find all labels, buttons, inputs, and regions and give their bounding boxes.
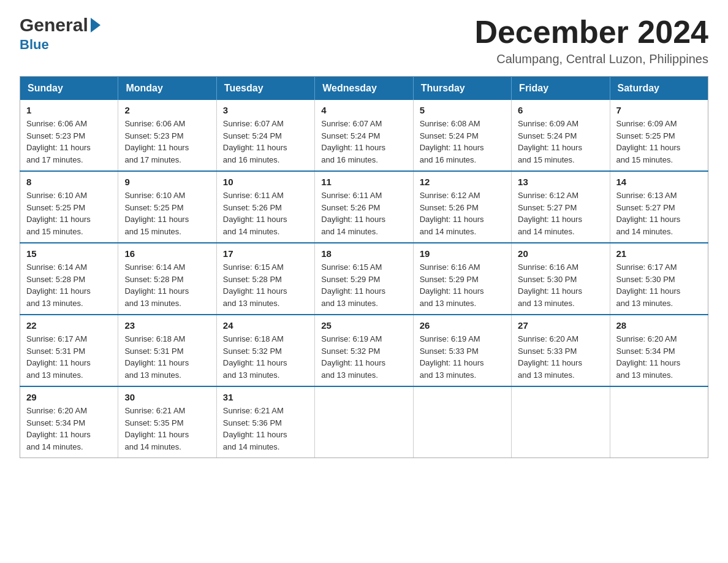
day-info: Sunrise: 6:16 AM Sunset: 5:29 PM Dayligh…	[420, 261, 505, 309]
calendar-cell: 28 Sunrise: 6:20 AM Sunset: 5:34 PM Dayl…	[610, 315, 708, 386]
calendar-cell: 26 Sunrise: 6:19 AM Sunset: 5:33 PM Dayl…	[413, 315, 511, 386]
day-info: Sunrise: 6:20 AM Sunset: 5:34 PM Dayligh…	[616, 333, 702, 381]
day-info: Sunrise: 6:18 AM Sunset: 5:31 PM Dayligh…	[124, 333, 210, 381]
day-number: 21	[616, 248, 702, 259]
calendar-cell: 12 Sunrise: 6:12 AM Sunset: 5:26 PM Dayl…	[413, 171, 511, 243]
day-number: 16	[124, 248, 210, 259]
col-header-tuesday: Tuesday	[216, 77, 314, 101]
day-number: 17	[223, 248, 308, 259]
day-info: Sunrise: 6:17 AM Sunset: 5:31 PM Dayligh…	[26, 333, 112, 381]
calendar-cell: 16 Sunrise: 6:14 AM Sunset: 5:28 PM Dayl…	[118, 243, 216, 315]
calendar-cell: 4 Sunrise: 6:07 AM Sunset: 5:24 PM Dayli…	[315, 100, 413, 171]
calendar-cell: 14 Sunrise: 6:13 AM Sunset: 5:27 PM Dayl…	[610, 171, 708, 243]
calendar-cell	[512, 386, 610, 458]
calendar-cell: 1 Sunrise: 6:06 AM Sunset: 5:23 PM Dayli…	[20, 100, 118, 171]
calendar-cell: 5 Sunrise: 6:08 AM Sunset: 5:24 PM Dayli…	[413, 100, 511, 171]
day-info: Sunrise: 6:11 AM Sunset: 5:26 PM Dayligh…	[223, 190, 308, 237]
location-text: Calumpang, Central Luzon, Philippines	[474, 52, 708, 66]
day-number: 29	[26, 392, 112, 402]
calendar-cell: 24 Sunrise: 6:18 AM Sunset: 5:32 PM Dayl…	[216, 315, 314, 386]
calendar-cell: 22 Sunrise: 6:17 AM Sunset: 5:31 PM Dayl…	[20, 315, 118, 386]
calendar-cell: 18 Sunrise: 6:15 AM Sunset: 5:29 PM Dayl…	[315, 243, 413, 315]
calendar-cell: 6 Sunrise: 6:09 AM Sunset: 5:24 PM Dayli…	[512, 100, 610, 171]
day-info: Sunrise: 6:11 AM Sunset: 5:26 PM Dayligh…	[321, 190, 406, 237]
calendar-cell: 9 Sunrise: 6:10 AM Sunset: 5:25 PM Dayli…	[118, 171, 216, 243]
day-info: Sunrise: 6:10 AM Sunset: 5:25 PM Dayligh…	[26, 190, 112, 237]
col-header-wednesday: Wednesday	[315, 77, 413, 101]
day-info: Sunrise: 6:09 AM Sunset: 5:25 PM Dayligh…	[616, 118, 702, 166]
day-info: Sunrise: 6:18 AM Sunset: 5:32 PM Dayligh…	[223, 333, 308, 381]
day-number: 18	[321, 248, 406, 259]
title-section: December 2024 Calumpang, Central Luzon, …	[474, 15, 708, 66]
day-number: 14	[616, 177, 702, 187]
page-header: General Blue December 2024 Calumpang, Ce…	[20, 15, 708, 66]
day-number: 7	[616, 105, 702, 115]
day-info: Sunrise: 6:15 AM Sunset: 5:29 PM Dayligh…	[321, 261, 406, 309]
day-number: 11	[321, 177, 406, 187]
calendar-table: SundayMondayTuesdayWednesdayThursdayFrid…	[20, 76, 708, 458]
day-info: Sunrise: 6:12 AM Sunset: 5:26 PM Dayligh…	[420, 190, 505, 237]
day-info: Sunrise: 6:21 AM Sunset: 5:35 PM Dayligh…	[124, 405, 210, 453]
calendar-cell: 27 Sunrise: 6:20 AM Sunset: 5:33 PM Dayl…	[512, 315, 610, 386]
calendar-cell: 8 Sunrise: 6:10 AM Sunset: 5:25 PM Dayli…	[20, 171, 118, 243]
calendar-cell	[413, 386, 511, 458]
col-header-sunday: Sunday	[20, 77, 118, 101]
day-number: 30	[124, 392, 210, 402]
day-info: Sunrise: 6:06 AM Sunset: 5:23 PM Dayligh…	[26, 118, 112, 166]
day-info: Sunrise: 6:10 AM Sunset: 5:25 PM Dayligh…	[124, 190, 210, 237]
day-info: Sunrise: 6:20 AM Sunset: 5:34 PM Dayligh…	[26, 405, 112, 453]
day-number: 1	[26, 105, 112, 115]
col-header-thursday: Thursday	[413, 77, 511, 101]
day-info: Sunrise: 6:07 AM Sunset: 5:24 PM Dayligh…	[321, 118, 406, 166]
day-number: 23	[124, 320, 210, 331]
calendar-cell: 30 Sunrise: 6:21 AM Sunset: 5:35 PM Dayl…	[118, 386, 216, 458]
day-number: 27	[518, 320, 603, 331]
day-info: Sunrise: 6:19 AM Sunset: 5:32 PM Dayligh…	[321, 333, 406, 381]
day-info: Sunrise: 6:14 AM Sunset: 5:28 PM Dayligh…	[124, 261, 210, 309]
day-number: 4	[321, 105, 406, 115]
calendar-cell: 31 Sunrise: 6:21 AM Sunset: 5:36 PM Dayl…	[216, 386, 314, 458]
day-number: 9	[124, 177, 210, 187]
day-info: Sunrise: 6:14 AM Sunset: 5:28 PM Dayligh…	[26, 261, 112, 309]
logo: General Blue	[20, 15, 100, 53]
calendar-cell: 19 Sunrise: 6:16 AM Sunset: 5:29 PM Dayl…	[413, 243, 511, 315]
calendar-cell: 29 Sunrise: 6:20 AM Sunset: 5:34 PM Dayl…	[20, 386, 118, 458]
calendar-cell: 11 Sunrise: 6:11 AM Sunset: 5:26 PM Dayl…	[315, 171, 413, 243]
col-header-saturday: Saturday	[610, 77, 708, 101]
logo-general-text: General	[20, 15, 88, 36]
day-info: Sunrise: 6:06 AM Sunset: 5:23 PM Dayligh…	[124, 118, 210, 166]
day-number: 8	[26, 177, 112, 187]
calendar-cell: 7 Sunrise: 6:09 AM Sunset: 5:25 PM Dayli…	[610, 100, 708, 171]
day-number: 10	[223, 177, 308, 187]
day-number: 3	[223, 105, 308, 115]
day-number: 25	[321, 320, 406, 331]
logo-blue-text: Blue	[20, 37, 49, 53]
calendar-week-5: 29 Sunrise: 6:20 AM Sunset: 5:34 PM Dayl…	[20, 386, 708, 458]
day-info: Sunrise: 6:20 AM Sunset: 5:33 PM Dayligh…	[518, 333, 603, 381]
col-header-friday: Friday	[512, 77, 610, 101]
day-info: Sunrise: 6:19 AM Sunset: 5:33 PM Dayligh…	[420, 333, 505, 381]
day-info: Sunrise: 6:12 AM Sunset: 5:27 PM Dayligh…	[518, 190, 603, 237]
day-number: 15	[26, 248, 112, 259]
col-header-monday: Monday	[118, 77, 216, 101]
calendar-cell	[610, 386, 708, 458]
calendar-week-2: 8 Sunrise: 6:10 AM Sunset: 5:25 PM Dayli…	[20, 171, 708, 243]
day-number: 6	[518, 105, 603, 115]
calendar-header-row: SundayMondayTuesdayWednesdayThursdayFrid…	[20, 77, 708, 101]
calendar-cell: 21 Sunrise: 6:17 AM Sunset: 5:30 PM Dayl…	[610, 243, 708, 315]
day-info: Sunrise: 6:17 AM Sunset: 5:30 PM Dayligh…	[616, 261, 702, 309]
day-number: 24	[223, 320, 308, 331]
calendar-cell: 13 Sunrise: 6:12 AM Sunset: 5:27 PM Dayl…	[512, 171, 610, 243]
calendar-cell: 20 Sunrise: 6:16 AM Sunset: 5:30 PM Dayl…	[512, 243, 610, 315]
day-info: Sunrise: 6:21 AM Sunset: 5:36 PM Dayligh…	[223, 405, 308, 453]
calendar-cell: 3 Sunrise: 6:07 AM Sunset: 5:24 PM Dayli…	[216, 100, 314, 171]
day-number: 22	[26, 320, 112, 331]
calendar-cell	[315, 386, 413, 458]
day-info: Sunrise: 6:07 AM Sunset: 5:24 PM Dayligh…	[223, 118, 308, 166]
day-number: 20	[518, 248, 603, 259]
day-info: Sunrise: 6:13 AM Sunset: 5:27 PM Dayligh…	[616, 190, 702, 237]
day-number: 5	[420, 105, 505, 115]
day-info: Sunrise: 6:15 AM Sunset: 5:28 PM Dayligh…	[223, 261, 308, 309]
month-title: December 2024	[474, 15, 708, 50]
calendar-cell: 10 Sunrise: 6:11 AM Sunset: 5:26 PM Dayl…	[216, 171, 314, 243]
